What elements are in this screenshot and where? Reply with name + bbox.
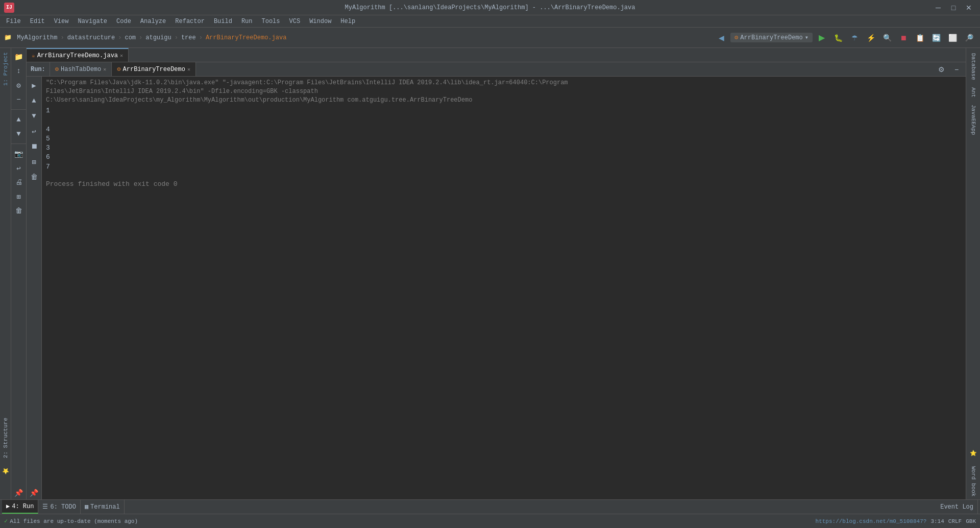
toolbar: 📁 MyAlgorithm › datastructure › com › at… xyxy=(0,28,980,48)
menu-vcs[interactable]: VCS xyxy=(285,17,305,26)
editor-tab-close[interactable]: ✕ xyxy=(120,53,123,59)
menu-build[interactable]: Build xyxy=(210,17,236,26)
hashtab-close[interactable]: ✕ xyxy=(103,66,106,73)
menu-analyze[interactable]: Analyze xyxy=(136,17,170,26)
status-crlf[interactable]: CRLF xyxy=(948,518,962,524)
project-sidebar-icon[interactable]: 📁 xyxy=(12,50,26,63)
title-bar-left: IJ xyxy=(4,3,16,13)
run-button[interactable]: ▶ xyxy=(815,31,829,45)
console-trash[interactable]: 🗑 xyxy=(28,171,41,184)
status-charset[interactable]: GBK xyxy=(966,518,976,524)
menu-code[interactable]: Code xyxy=(112,17,135,26)
update-button[interactable]: 🔄 xyxy=(929,31,943,45)
run-tab-bar: Run: ⚙ HashTabDemo ✕ ⚙ ArrBinaryTreeDemo… xyxy=(27,62,966,77)
console-scroll-down[interactable]: ▼ xyxy=(28,109,41,123)
run-tab-settings[interactable]: ⚙ xyxy=(934,62,948,77)
profile-button[interactable]: ⚡ xyxy=(864,31,878,45)
breadcrumb-sep-4: › xyxy=(175,34,178,41)
close-button[interactable]: ✕ xyxy=(962,3,976,13)
menu-window[interactable]: Window xyxy=(305,17,335,26)
breadcrumb-tree[interactable]: tree xyxy=(181,34,196,41)
minimize-button[interactable]: ─ xyxy=(931,3,945,13)
scroll-up-icon[interactable]: ▲ xyxy=(12,113,26,126)
status-check-icon: ✓ xyxy=(4,517,8,525)
breadcrumb-datastructure[interactable]: datastructure xyxy=(67,34,115,41)
favorites-tab[interactable]: ⭐ xyxy=(1,464,10,479)
console-stop[interactable]: ⏹ xyxy=(28,140,41,153)
run-tab-actions: ⚙ − xyxy=(934,62,966,77)
pin-icon[interactable]: 📌 xyxy=(12,486,26,499)
console-filter[interactable]: ⊞ xyxy=(28,155,41,169)
database-tab[interactable]: Database xyxy=(968,50,978,83)
menu-view[interactable]: View xyxy=(50,17,73,26)
left-sidebar: 📁 ↕ ⚙ − ▲ ▼ 📷 ↩ 🖨 ⊞ 🗑 📌 xyxy=(11,48,27,499)
todo-bottom-tab[interactable]: ☰ 6: TODO xyxy=(38,500,80,514)
run-tab-arrbt[interactable]: ⚙ ArrBinaryTreeDemo ✕ xyxy=(112,62,196,76)
run-label: Run: xyxy=(27,62,50,76)
console-run-icon[interactable]: ▶ xyxy=(28,79,41,92)
editor-tab-arrbtdemo[interactable]: ☕ ArrBinaryTreeDemo.java ✕ xyxy=(27,48,129,62)
breadcrumb-com[interactable]: com xyxy=(125,34,136,41)
console-rerun[interactable]: ↩ xyxy=(28,125,41,138)
cmd-line-2: Files\JetBrains\IntelliJ IDEA 2019.2.4\b… xyxy=(46,87,962,96)
menu-navigate[interactable]: Navigate xyxy=(74,17,111,26)
favorites-right-tab[interactable]: ⭐ xyxy=(968,446,978,459)
menu-edit[interactable]: Edit xyxy=(26,17,49,26)
far-right-panel: Database Ant JavaEEApp ⭐ Word book xyxy=(966,48,980,499)
project-tab[interactable]: 1: Project xyxy=(1,48,10,90)
run-manager-button[interactable]: 📋 xyxy=(913,31,927,45)
grid-icon[interactable]: ⊞ xyxy=(12,190,26,203)
breadcrumb-file[interactable]: ArrBinaryTreeDemo.java xyxy=(206,34,286,41)
breadcrumb-sep-2: › xyxy=(118,34,121,41)
event-log-tab[interactable]: Event Log xyxy=(936,500,978,514)
run-bottom-tab[interactable]: ▶ 4: Run xyxy=(2,500,38,514)
status-url[interactable]: https://blog.csdn.net/m0_5108847? xyxy=(816,518,927,524)
trash-icon[interactable]: 🗑 xyxy=(12,204,26,218)
todo-bottom-label: 6: TODO xyxy=(50,503,76,511)
terminal-bottom-icon: ▦ xyxy=(85,503,88,511)
console-area: ▶ ▲ ▼ ↩ ⏹ ⊞ 🗑 📌 "C:\Program Files\Java\j… xyxy=(27,77,966,499)
ant-tab[interactable]: Ant xyxy=(968,84,978,101)
run-config-selector[interactable]: ⚙ ArrBinaryTreeDemo ▾ xyxy=(730,33,813,42)
arrbt-label: ArrBinaryTreeDemo xyxy=(123,66,185,73)
menu-file[interactable]: File xyxy=(2,17,25,26)
camera-icon[interactable]: 📷 xyxy=(12,147,26,160)
menu-tools[interactable]: Tools xyxy=(258,17,284,26)
arrbt-close[interactable]: ✕ xyxy=(187,66,190,73)
search-everywhere-button[interactable]: 🔍 xyxy=(880,31,894,45)
terminal-bottom-tab[interactable]: ▦ Terminal xyxy=(81,500,125,514)
debug-button[interactable]: 🐛 xyxy=(831,31,845,45)
stop-button[interactable]: ⏹ xyxy=(896,31,911,45)
breadcrumb-atguigu[interactable]: atguigu xyxy=(145,34,171,41)
status-right: https://blog.csdn.net/m0_5108847? 3:14 C… xyxy=(816,518,976,524)
console-pin[interactable]: 📌 xyxy=(28,486,41,499)
breadcrumb-sep-1: › xyxy=(60,34,64,41)
menu-run[interactable]: Run xyxy=(237,17,257,26)
javaeapp-tab[interactable]: JavaEEApp xyxy=(968,102,978,138)
structure-tab[interactable]: 2: Structure xyxy=(1,414,10,462)
maximize-button[interactable]: □ xyxy=(946,3,961,13)
breadcrumb-project[interactable]: 📁 MyAlgorithm xyxy=(4,34,57,41)
scroll-down-icon[interactable]: ▼ xyxy=(12,127,26,140)
coverage-button[interactable]: ☂ xyxy=(847,31,862,45)
menu-help[interactable]: Help xyxy=(336,17,359,26)
back-button[interactable]: ◀ xyxy=(714,31,728,45)
console-scroll-up[interactable]: ▲ xyxy=(28,94,41,107)
run-tab-hashtab[interactable]: ⚙ HashTabDemo ✕ xyxy=(50,62,112,76)
cmd-line-3: C:\Users\sanlang\IdeaProjects\my_Algorit… xyxy=(46,96,962,105)
run-tab-minimize[interactable]: − xyxy=(949,62,964,77)
status-position[interactable]: 3:14 xyxy=(930,518,944,524)
wordbook-tab[interactable]: Word book xyxy=(968,463,978,499)
collapse-sidebar-icon[interactable]: − xyxy=(12,93,26,106)
run-panel: ☕ ArrBinaryTreeDemo.java ✕ Run: ⚙ HashTa… xyxy=(27,48,966,499)
rerun-icon[interactable]: ↩ xyxy=(12,161,26,175)
output-line-6: 6 xyxy=(46,153,962,162)
hashtab-icon: ⚙ xyxy=(55,65,59,73)
settings-sidebar-icon[interactable]: ⚙ xyxy=(12,79,26,92)
split-button[interactable]: ⬜ xyxy=(945,31,960,45)
find-button[interactable]: 🔎 xyxy=(962,31,976,45)
menu-refactor[interactable]: Refactor xyxy=(171,17,209,26)
print-icon[interactable]: 🖨 xyxy=(12,176,26,189)
sync-sidebar-icon[interactable]: ↕ xyxy=(12,64,26,78)
console-sidebar: ▶ ▲ ▼ ↩ ⏹ ⊞ 🗑 📌 xyxy=(27,77,42,499)
